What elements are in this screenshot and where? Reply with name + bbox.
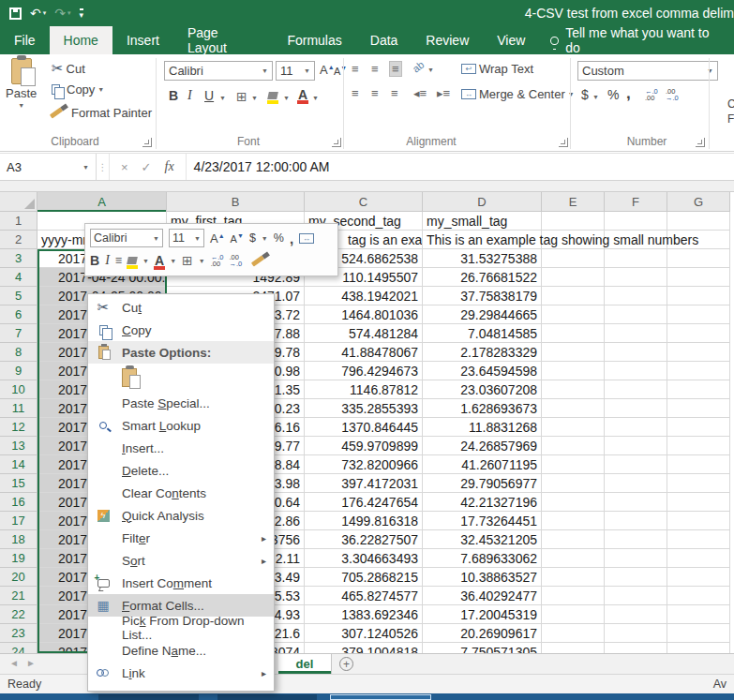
tab-formulas[interactable]: Formulas [273, 26, 355, 54]
number-dialog-launcher[interactable] [696, 138, 705, 147]
cell-D6[interactable]: 29.29844665 [423, 305, 542, 324]
cell-C8[interactable]: 41.88478067 [305, 343, 423, 362]
mini-comma-button[interactable]: , [290, 231, 293, 246]
menu-item-copy[interactable]: Copy [88, 319, 274, 341]
row-header-23[interactable]: 23 [0, 624, 37, 643]
cell-G3[interactable] [667, 249, 730, 268]
cell-G4[interactable] [667, 268, 730, 287]
menu-item-link[interactable]: Link▸ [88, 662, 274, 684]
row-header-14[interactable]: 14 [0, 455, 37, 474]
cell-E21[interactable] [542, 587, 605, 605]
menu-item-insert-comment[interactable]: Insert Comment [88, 572, 274, 594]
menu-item-clear-contents[interactable]: Clear Contents [88, 482, 274, 504]
select-all-corner[interactable] [0, 192, 37, 212]
cell-D12[interactable]: 11.8831268 [423, 418, 542, 437]
row-header-7[interactable]: 7 [0, 324, 37, 343]
menu-item-filter[interactable]: Filter▸ [88, 527, 274, 549]
mini-currency-button[interactable]: $ [249, 231, 256, 245]
cell-D19[interactable]: 7.689633062 [423, 549, 542, 568]
column-header-B[interactable]: B [167, 192, 305, 212]
sheet-nav-arrows[interactable]: ◄► [9, 658, 43, 668]
font-color-button[interactable]: A [298, 87, 307, 102]
cell-F18[interactable] [605, 530, 667, 549]
cell-F11[interactable] [605, 399, 667, 418]
cell-D24[interactable]: 7.750571305 [423, 643, 542, 653]
grow-font-button[interactable]: A▲ [320, 63, 335, 77]
cell-F12[interactable] [605, 418, 667, 437]
cell-G5[interactable] [667, 287, 730, 305]
cell-F16[interactable] [605, 493, 667, 512]
taskbar-window-button[interactable] [330, 694, 431, 700]
cut-button[interactable]: ✂ Cut [52, 60, 85, 77]
cell-F5[interactable] [605, 287, 667, 305]
cell-F13[interactable] [605, 437, 667, 455]
menu-item-pick-from-drop-down-list[interactable]: Pick From Drop-down List... [88, 617, 274, 639]
font-dialog-launcher[interactable] [332, 138, 341, 147]
merge-center-button[interactable]: ↔ Merge & Center ▼ [461, 87, 575, 101]
cell-E23[interactable] [542, 624, 605, 643]
cell-C16[interactable]: 176.4247654 [305, 493, 423, 512]
row-header-19[interactable]: 19 [0, 549, 37, 568]
cell-F9[interactable] [605, 362, 667, 380]
cell-E3[interactable] [542, 249, 605, 268]
mini-italic-button[interactable]: I [105, 253, 110, 268]
cell-D14[interactable]: 41.26071195 [423, 455, 542, 474]
row-header-10[interactable]: 10 [0, 380, 37, 399]
font-family-select[interactable]: Calibri▼ [164, 61, 273, 81]
italic-button[interactable]: I [187, 88, 192, 103]
cell-E16[interactable] [542, 493, 605, 512]
cell-G10[interactable] [667, 380, 730, 399]
tab-data[interactable]: Data [356, 26, 412, 54]
cell-C18[interactable]: 36.22827507 [305, 530, 423, 549]
cell-F1[interactable] [605, 212, 667, 231]
menu-item-define-name[interactable]: Define Name... [88, 639, 274, 662]
cell-E4[interactable] [542, 268, 605, 287]
row-header-2[interactable]: 2 [0, 231, 37, 249]
cell-D15[interactable]: 29.79056977 [423, 474, 542, 493]
increase-indent-button[interactable]: ▸≡ [437, 86, 450, 100]
cell-C10[interactable]: 1146.87812 [305, 380, 423, 399]
cell-F23[interactable] [605, 624, 667, 643]
cell-E20[interactable] [542, 568, 605, 587]
align-left-button[interactable]: ≡ [352, 86, 359, 100]
cell-G1[interactable] [667, 212, 730, 231]
cell-E17[interactable] [542, 512, 605, 530]
cell-F24[interactable] [605, 643, 667, 653]
cell-C20[interactable]: 705.2868215 [305, 568, 423, 587]
mini-font-color-button[interactable]: A [155, 253, 164, 268]
insert-function-button[interactable]: fx [165, 159, 174, 174]
row-header-9[interactable]: 9 [0, 362, 37, 380]
bold-button[interactable]: B [169, 88, 178, 103]
cell-D2[interactable]: This is an example tag showing small num… [423, 231, 542, 249]
currency-format-button[interactable]: $ [581, 87, 589, 102]
save-button[interactable] [9, 7, 22, 20]
cell-D13[interactable]: 24.26857969 [423, 437, 542, 455]
tab-page-layout[interactable]: Page Layout [173, 26, 273, 54]
cell-C9[interactable]: 796.4294673 [305, 362, 423, 380]
cell-G8[interactable] [667, 343, 730, 362]
menu-item-smart-lookup[interactable]: Smart Lookup [88, 414, 274, 437]
cell-D20[interactable]: 10.38863527 [423, 568, 542, 587]
mini-percent-button[interactable]: % [274, 231, 284, 245]
row-header-24[interactable]: 24 [0, 643, 37, 653]
cell-C21[interactable]: 465.8274577 [305, 587, 423, 605]
mini-align-center-button[interactable]: ≡ [115, 254, 122, 267]
row-header-1[interactable]: 1 [0, 212, 37, 231]
cell-G19[interactable] [667, 549, 730, 568]
cell-E6[interactable] [542, 305, 605, 324]
cell-D1[interactable]: my_small_tag [423, 212, 542, 231]
cell-G22[interactable] [667, 605, 730, 624]
number-format-select[interactable]: Custom▼ [577, 61, 718, 81]
row-header-20[interactable]: 20 [0, 568, 37, 587]
active-sheet-tab[interactable]: del [278, 654, 332, 674]
mini-font-size-select[interactable]: 11▼ [169, 229, 204, 247]
row-header-13[interactable]: 13 [0, 437, 37, 455]
cell-E18[interactable] [542, 530, 605, 549]
tab-file[interactable]: File [0, 26, 50, 54]
cell-E19[interactable] [542, 549, 605, 568]
cell-E9[interactable] [542, 362, 605, 380]
cell-E22[interactable] [542, 605, 605, 624]
cell-D18[interactable]: 32.45321205 [423, 530, 542, 549]
mini-font-family-select[interactable]: Calibri▼ [90, 229, 163, 247]
cell-G11[interactable] [667, 399, 730, 418]
